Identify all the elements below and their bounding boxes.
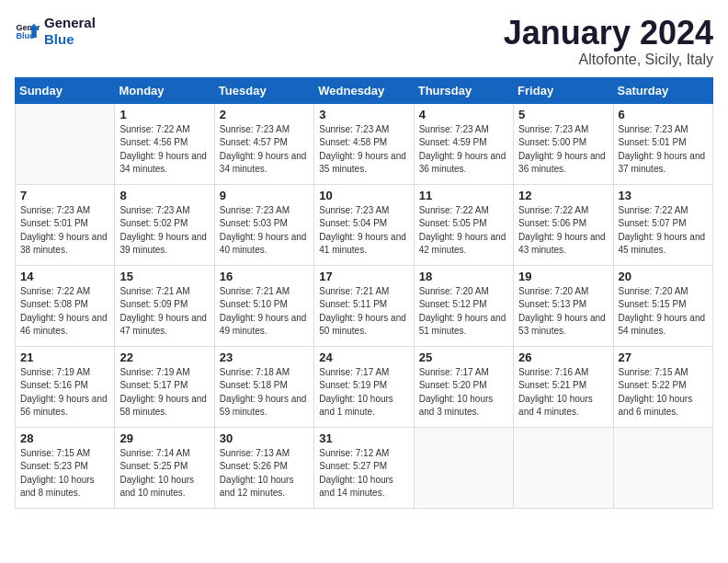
day-number: 5 xyxy=(518,108,608,121)
calendar-cell: 25Sunrise: 7:17 AMSunset: 5:20 PMDayligh… xyxy=(414,346,513,427)
day-info: Sunrise: 7:22 AMSunset: 5:07 PMDaylight:… xyxy=(619,204,708,258)
week-row: 28Sunrise: 7:15 AMSunset: 5:23 PMDayligh… xyxy=(16,427,713,508)
title-block: January 2024 Altofonte, Sicily, Italy xyxy=(504,15,713,68)
day-info: Sunrise: 7:21 AMSunset: 5:10 PMDaylight:… xyxy=(220,285,309,339)
day-info: Sunrise: 7:23 AMSunset: 5:02 PMDaylight:… xyxy=(119,204,209,258)
calendar-cell: 3Sunrise: 7:23 AMSunset: 4:58 PMDaylight… xyxy=(314,103,414,184)
day-number: 24 xyxy=(319,350,408,364)
day-number: 15 xyxy=(119,270,209,283)
calendar-cell: 16Sunrise: 7:21 AMSunset: 5:10 PMDayligh… xyxy=(214,265,313,346)
day-info: Sunrise: 7:23 AMSunset: 5:01 PMDaylight:… xyxy=(619,123,708,177)
weekday-header: Monday xyxy=(115,77,214,103)
day-info: Sunrise: 7:23 AMSunset: 5:03 PMDaylight:… xyxy=(220,204,309,258)
day-number: 12 xyxy=(518,189,608,202)
day-number: 1 xyxy=(119,108,209,121)
day-number: 17 xyxy=(319,270,408,283)
calendar-table: SundayMondayTuesdayWednesdayThursdayFrid… xyxy=(15,77,713,509)
weekday-header: Tuesday xyxy=(214,77,313,103)
calendar-cell: 9Sunrise: 7:23 AMSunset: 5:03 PMDaylight… xyxy=(214,184,313,265)
day-number: 14 xyxy=(20,270,109,283)
day-number: 3 xyxy=(319,108,408,121)
calendar-cell xyxy=(16,103,115,184)
day-info: Sunrise: 7:22 AMSunset: 5:05 PMDaylight:… xyxy=(419,204,508,258)
day-info: Sunrise: 7:20 AMSunset: 5:15 PMDaylight:… xyxy=(619,285,708,339)
week-row: 21Sunrise: 7:19 AMSunset: 5:16 PMDayligh… xyxy=(16,346,713,427)
day-info: Sunrise: 7:23 AMSunset: 4:58 PMDaylight:… xyxy=(319,123,408,177)
day-number: 21 xyxy=(20,350,109,364)
day-info: Sunrise: 7:23 AMSunset: 4:57 PMDaylight:… xyxy=(220,123,309,177)
week-row: 7Sunrise: 7:23 AMSunset: 5:01 PMDaylight… xyxy=(16,184,713,265)
day-info: Sunrise: 7:17 AMSunset: 5:20 PMDaylight:… xyxy=(419,366,508,419)
day-info: Sunrise: 7:12 AMSunset: 5:27 PMDaylight:… xyxy=(319,447,408,500)
calendar-cell: 24Sunrise: 7:17 AMSunset: 5:19 PMDayligh… xyxy=(314,346,414,427)
day-info: Sunrise: 7:21 AMSunset: 5:11 PMDaylight:… xyxy=(319,285,408,339)
day-number: 19 xyxy=(518,270,608,283)
day-info: Sunrise: 7:15 AMSunset: 5:23 PMDaylight:… xyxy=(20,447,109,500)
calendar-cell: 22Sunrise: 7:19 AMSunset: 5:17 PMDayligh… xyxy=(115,346,214,427)
logo-line2: Blue xyxy=(44,31,96,48)
day-number: 4 xyxy=(419,108,508,121)
calendar-cell: 30Sunrise: 7:13 AMSunset: 5:26 PMDayligh… xyxy=(214,427,313,508)
calendar-cell: 6Sunrise: 7:23 AMSunset: 5:01 PMDaylight… xyxy=(613,103,712,184)
svg-text:Blue: Blue xyxy=(16,31,34,40)
day-number: 31 xyxy=(319,431,408,445)
calendar-cell xyxy=(414,427,513,508)
day-number: 27 xyxy=(619,350,708,364)
day-number: 11 xyxy=(419,189,508,202)
day-info: Sunrise: 7:14 AMSunset: 5:25 PMDaylight:… xyxy=(119,447,209,500)
day-number: 23 xyxy=(220,350,309,364)
calendar-cell: 29Sunrise: 7:14 AMSunset: 5:25 PMDayligh… xyxy=(115,427,214,508)
calendar-cell: 11Sunrise: 7:22 AMSunset: 5:05 PMDayligh… xyxy=(414,184,513,265)
day-info: Sunrise: 7:23 AMSunset: 5:00 PMDaylight:… xyxy=(518,123,608,177)
calendar-cell: 26Sunrise: 7:16 AMSunset: 5:21 PMDayligh… xyxy=(514,346,613,427)
calendar-cell: 2Sunrise: 7:23 AMSunset: 4:57 PMDaylight… xyxy=(214,103,313,184)
calendar-cell: 27Sunrise: 7:15 AMSunset: 5:22 PMDayligh… xyxy=(613,346,712,427)
day-number: 20 xyxy=(619,270,708,283)
page-header: General Blue General Blue January 2024 A… xyxy=(15,15,713,68)
day-info: Sunrise: 7:13 AMSunset: 5:26 PMDaylight:… xyxy=(220,447,309,500)
weekday-header: Sunday xyxy=(16,77,115,103)
day-info: Sunrise: 7:19 AMSunset: 5:16 PMDaylight:… xyxy=(20,366,109,419)
day-number: 29 xyxy=(119,431,209,445)
day-number: 28 xyxy=(20,431,109,445)
day-number: 8 xyxy=(119,189,209,202)
day-info: Sunrise: 7:22 AMSunset: 5:08 PMDaylight:… xyxy=(20,285,109,339)
calendar-cell xyxy=(514,427,613,508)
calendar-cell xyxy=(613,427,712,508)
calendar-cell: 13Sunrise: 7:22 AMSunset: 5:07 PMDayligh… xyxy=(613,184,712,265)
weekday-header: Friday xyxy=(514,77,613,103)
day-number: 2 xyxy=(220,108,309,121)
day-number: 22 xyxy=(119,350,209,364)
calendar-cell: 8Sunrise: 7:23 AMSunset: 5:02 PMDaylight… xyxy=(115,184,214,265)
calendar-cell: 5Sunrise: 7:23 AMSunset: 5:00 PMDaylight… xyxy=(514,103,613,184)
day-number: 10 xyxy=(319,189,408,202)
day-info: Sunrise: 7:23 AMSunset: 5:04 PMDaylight:… xyxy=(319,204,408,258)
logo-icon: General Blue xyxy=(15,18,40,44)
day-number: 7 xyxy=(20,189,109,202)
calendar-cell: 23Sunrise: 7:18 AMSunset: 5:18 PMDayligh… xyxy=(214,346,313,427)
day-info: Sunrise: 7:22 AMSunset: 4:56 PMDaylight:… xyxy=(119,123,209,177)
day-info: Sunrise: 7:20 AMSunset: 5:12 PMDaylight:… xyxy=(419,285,508,339)
weekday-header: Wednesday xyxy=(314,77,414,103)
day-info: Sunrise: 7:16 AMSunset: 5:21 PMDaylight:… xyxy=(518,366,608,419)
calendar-cell: 14Sunrise: 7:22 AMSunset: 5:08 PMDayligh… xyxy=(16,265,115,346)
weekday-header: Thursday xyxy=(414,77,513,103)
day-info: Sunrise: 7:19 AMSunset: 5:17 PMDaylight:… xyxy=(119,366,209,419)
day-number: 30 xyxy=(220,431,309,445)
calendar-cell: 15Sunrise: 7:21 AMSunset: 5:09 PMDayligh… xyxy=(115,265,214,346)
day-info: Sunrise: 7:21 AMSunset: 5:09 PMDaylight:… xyxy=(119,285,209,339)
calendar-cell: 17Sunrise: 7:21 AMSunset: 5:11 PMDayligh… xyxy=(314,265,414,346)
calendar-cell: 4Sunrise: 7:23 AMSunset: 4:59 PMDaylight… xyxy=(414,103,513,184)
calendar-cell: 31Sunrise: 7:12 AMSunset: 5:27 PMDayligh… xyxy=(314,427,414,508)
calendar-cell: 20Sunrise: 7:20 AMSunset: 5:15 PMDayligh… xyxy=(613,265,712,346)
calendar-cell: 21Sunrise: 7:19 AMSunset: 5:16 PMDayligh… xyxy=(16,346,115,427)
day-info: Sunrise: 7:23 AMSunset: 4:59 PMDaylight:… xyxy=(419,123,508,177)
month-title: January 2024 xyxy=(504,15,713,52)
weekday-header: Saturday xyxy=(613,77,712,103)
day-info: Sunrise: 7:18 AMSunset: 5:18 PMDaylight:… xyxy=(220,366,309,419)
week-row: 14Sunrise: 7:22 AMSunset: 5:08 PMDayligh… xyxy=(16,265,713,346)
logo-line1: General xyxy=(44,15,96,31)
day-info: Sunrise: 7:17 AMSunset: 5:19 PMDaylight:… xyxy=(319,366,408,419)
day-number: 26 xyxy=(518,350,608,364)
day-number: 18 xyxy=(419,270,508,283)
